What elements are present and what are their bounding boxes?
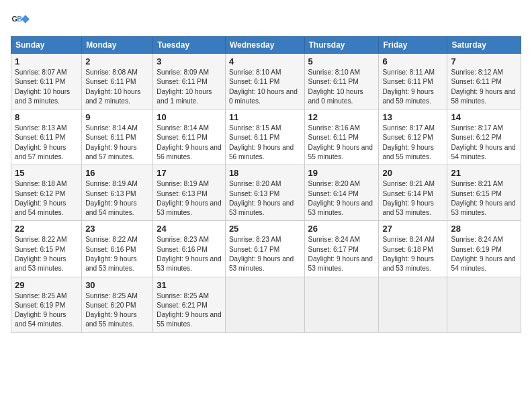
- calendar-cell: [304, 277, 379, 332]
- calendar-week-2: 8 Sunrise: 8:13 AM Sunset: 6:11 PM Dayli…: [11, 109, 521, 165]
- logo-icon: G B: [11, 11, 30, 30]
- day-number: 15: [15, 168, 78, 178]
- calendar-cell: 18 Sunrise: 8:20 AM Sunset: 6:13 PM Dayl…: [225, 165, 304, 221]
- day-number: 26: [308, 224, 375, 234]
- calendar-cell: 4 Sunrise: 8:10 AM Sunset: 6:11 PM Dayli…: [225, 54, 304, 109]
- day-info: Sunrise: 8:25 AM Sunset: 6:20 PM Dayligh…: [85, 291, 149, 330]
- page-header: G B: [11, 11, 521, 30]
- day-info: Sunrise: 8:24 AM Sunset: 6:18 PM Dayligh…: [382, 235, 443, 273]
- day-number: 5: [308, 56, 375, 66]
- calendar-cell: 25 Sunrise: 8:23 AM Sunset: 6:17 PM Dayl…: [225, 221, 304, 277]
- day-info: Sunrise: 8:25 AM Sunset: 6:19 PM Dayligh…: [15, 291, 78, 330]
- day-number: 4: [229, 56, 301, 66]
- calendar-cell: 30 Sunrise: 8:25 AM Sunset: 6:20 PM Dayl…: [82, 277, 153, 332]
- day-number: 27: [382, 224, 443, 234]
- day-number: 12: [308, 112, 375, 122]
- calendar-cell: 3 Sunrise: 8:09 AM Sunset: 6:11 PM Dayli…: [153, 54, 226, 109]
- calendar-cell: 15 Sunrise: 8:18 AM Sunset: 6:12 PM Dayl…: [11, 165, 82, 221]
- day-info: Sunrise: 8:12 AM Sunset: 6:11 PM Dayligh…: [451, 68, 517, 106]
- day-info: Sunrise: 8:23 AM Sunset: 6:17 PM Dayligh…: [229, 235, 301, 273]
- day-number: 30: [85, 280, 149, 290]
- day-info: Sunrise: 8:07 AM Sunset: 6:11 PM Dayligh…: [15, 68, 78, 106]
- day-of-week-monday: Monday: [82, 37, 153, 54]
- day-number: 10: [157, 112, 222, 122]
- day-info: Sunrise: 8:08 AM Sunset: 6:11 PM Dayligh…: [85, 68, 149, 106]
- calendar-cell: 28 Sunrise: 8:24 AM Sunset: 6:19 PM Dayl…: [447, 221, 521, 277]
- day-info: Sunrise: 8:14 AM Sunset: 6:11 PM Dayligh…: [85, 124, 149, 162]
- day-info: Sunrise: 8:25 AM Sunset: 6:21 PM Dayligh…: [157, 291, 222, 330]
- logo: G B: [11, 11, 32, 30]
- calendar-cell: 14 Sunrise: 8:17 AM Sunset: 6:12 PM Dayl…: [447, 109, 521, 165]
- calendar-cell: 8 Sunrise: 8:13 AM Sunset: 6:11 PM Dayli…: [11, 109, 82, 165]
- calendar-cell: 2 Sunrise: 8:08 AM Sunset: 6:11 PM Dayli…: [82, 54, 153, 109]
- calendar-cell: 6 Sunrise: 8:11 AM Sunset: 6:11 PM Dayli…: [379, 54, 447, 109]
- day-number: 8: [15, 112, 78, 122]
- day-of-week-wednesday: Wednesday: [225, 37, 304, 54]
- day-info: Sunrise: 8:20 AM Sunset: 6:14 PM Dayligh…: [308, 179, 375, 218]
- calendar-cell: 21 Sunrise: 8:21 AM Sunset: 6:15 PM Dayl…: [447, 165, 521, 221]
- day-number: 23: [85, 224, 149, 234]
- day-info: Sunrise: 8:24 AM Sunset: 6:17 PM Dayligh…: [308, 235, 375, 273]
- day-info: Sunrise: 8:22 AM Sunset: 6:15 PM Dayligh…: [15, 235, 78, 273]
- day-number: 14: [451, 112, 517, 122]
- day-info: Sunrise: 8:11 AM Sunset: 6:11 PM Dayligh…: [382, 68, 443, 106]
- day-info: Sunrise: 8:24 AM Sunset: 6:19 PM Dayligh…: [451, 235, 517, 273]
- calendar-cell: 31 Sunrise: 8:25 AM Sunset: 6:21 PM Dayl…: [153, 277, 226, 332]
- day-number: 28: [451, 224, 517, 234]
- calendar-cell: 22 Sunrise: 8:22 AM Sunset: 6:15 PM Dayl…: [11, 221, 82, 277]
- day-info: Sunrise: 8:18 AM Sunset: 6:12 PM Dayligh…: [15, 179, 78, 218]
- day-info: Sunrise: 8:19 AM Sunset: 6:13 PM Dayligh…: [157, 179, 222, 218]
- day-info: Sunrise: 8:10 AM Sunset: 6:11 PM Dayligh…: [308, 68, 375, 106]
- day-info: Sunrise: 8:19 AM Sunset: 6:13 PM Dayligh…: [85, 179, 149, 218]
- calendar-cell: 19 Sunrise: 8:20 AM Sunset: 6:14 PM Dayl…: [304, 165, 379, 221]
- calendar-cell: 26 Sunrise: 8:24 AM Sunset: 6:17 PM Dayl…: [304, 221, 379, 277]
- svg-text:B: B: [17, 15, 22, 23]
- calendar-cell: 13 Sunrise: 8:17 AM Sunset: 6:12 PM Dayl…: [379, 109, 447, 165]
- day-info: Sunrise: 8:16 AM Sunset: 6:11 PM Dayligh…: [308, 124, 375, 162]
- svg-marker-2: [21, 15, 30, 23]
- day-number: 21: [451, 168, 517, 178]
- calendar-cell: 1 Sunrise: 8:07 AM Sunset: 6:11 PM Dayli…: [11, 54, 82, 109]
- day-of-week-friday: Friday: [379, 37, 447, 54]
- day-info: Sunrise: 8:22 AM Sunset: 6:16 PM Dayligh…: [85, 235, 149, 273]
- day-number: 25: [229, 224, 301, 234]
- day-number: 9: [85, 112, 149, 122]
- day-number: 19: [308, 168, 375, 178]
- day-number: 11: [229, 112, 301, 122]
- day-of-week-tuesday: Tuesday: [153, 37, 226, 54]
- day-info: Sunrise: 8:20 AM Sunset: 6:13 PM Dayligh…: [229, 179, 301, 218]
- day-number: 2: [85, 56, 149, 66]
- calendar-cell: 20 Sunrise: 8:21 AM Sunset: 6:14 PM Dayl…: [379, 165, 447, 221]
- calendar-cell: 27 Sunrise: 8:24 AM Sunset: 6:18 PM Dayl…: [379, 221, 447, 277]
- day-info: Sunrise: 8:23 AM Sunset: 6:16 PM Dayligh…: [157, 235, 222, 273]
- day-info: Sunrise: 8:10 AM Sunset: 6:11 PM Dayligh…: [229, 68, 301, 106]
- calendar-cell: 29 Sunrise: 8:25 AM Sunset: 6:19 PM Dayl…: [11, 277, 82, 332]
- day-info: Sunrise: 8:14 AM Sunset: 6:11 PM Dayligh…: [157, 124, 222, 162]
- day-number: 29: [15, 280, 78, 290]
- calendar-cell: 9 Sunrise: 8:14 AM Sunset: 6:11 PM Dayli…: [82, 109, 153, 165]
- calendar-cell: [379, 277, 447, 332]
- day-number: 7: [451, 56, 517, 66]
- day-info: Sunrise: 8:17 AM Sunset: 6:12 PM Dayligh…: [382, 124, 443, 162]
- calendar-cell: 11 Sunrise: 8:15 AM Sunset: 6:11 PM Dayl…: [225, 109, 304, 165]
- calendar-cell: [447, 277, 521, 332]
- day-info: Sunrise: 8:21 AM Sunset: 6:15 PM Dayligh…: [451, 179, 517, 218]
- day-of-week-thursday: Thursday: [304, 37, 379, 54]
- calendar-week-5: 29 Sunrise: 8:25 AM Sunset: 6:19 PM Dayl…: [11, 277, 521, 332]
- day-number: 6: [382, 56, 443, 66]
- day-number: 1: [15, 56, 78, 66]
- day-info: Sunrise: 8:13 AM Sunset: 6:11 PM Dayligh…: [15, 124, 78, 162]
- day-info: Sunrise: 8:15 AM Sunset: 6:11 PM Dayligh…: [229, 124, 301, 162]
- calendar-cell: [225, 277, 304, 332]
- days-header-row: SundayMondayTuesdayWednesdayThursdayFrid…: [11, 37, 521, 54]
- calendar-cell: 23 Sunrise: 8:22 AM Sunset: 6:16 PM Dayl…: [82, 221, 153, 277]
- day-info: Sunrise: 8:09 AM Sunset: 6:11 PM Dayligh…: [157, 68, 222, 106]
- calendar-cell: 17 Sunrise: 8:19 AM Sunset: 6:13 PM Dayl…: [153, 165, 226, 221]
- calendar-cell: 5 Sunrise: 8:10 AM Sunset: 6:11 PM Dayli…: [304, 54, 379, 109]
- day-of-week-sunday: Sunday: [11, 37, 82, 54]
- calendar-week-1: 1 Sunrise: 8:07 AM Sunset: 6:11 PM Dayli…: [11, 54, 521, 109]
- day-number: 17: [157, 168, 222, 178]
- day-number: 3: [157, 56, 222, 66]
- day-number: 16: [85, 168, 149, 178]
- calendar-cell: 10 Sunrise: 8:14 AM Sunset: 6:11 PM Dayl…: [153, 109, 226, 165]
